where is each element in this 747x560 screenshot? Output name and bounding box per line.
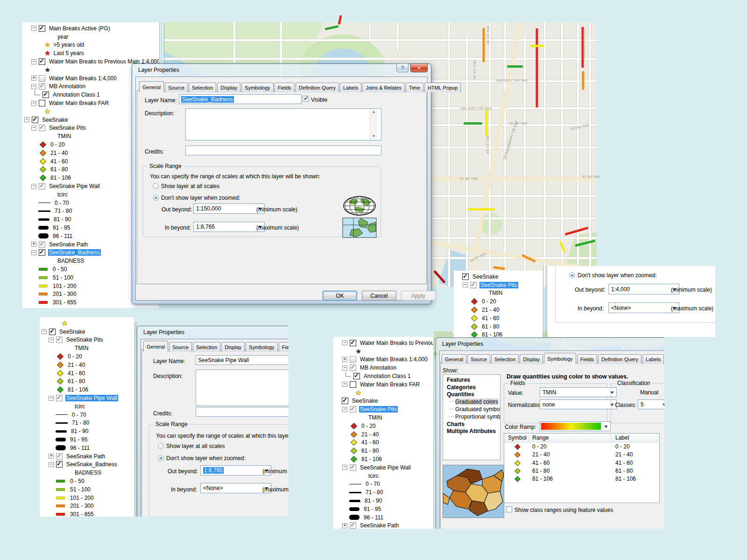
layer-name-field[interactable]: SeeSnake Pipe Wall [196, 355, 289, 365]
toc-item-71-80[interactable]: 71 - 80 [333, 488, 433, 497]
tab-symbology[interactable]: Symbology [544, 353, 576, 364]
toc-item-seesnake[interactable]: SeeSnake [454, 273, 543, 281]
toc-item-41-60[interactable]: 41 - 60 [333, 439, 433, 447]
toc-item-seesnake-pipe-wall[interactable]: −SeeSnake Pipe Wall [333, 463, 433, 472]
toc-item-tcirc[interactable]: tcirc [40, 402, 134, 411]
toc-item-301-655[interactable]: 301 - 655 [40, 510, 134, 517]
show-option-graduated-symbols[interactable]: Graduated symbols [443, 406, 500, 413]
max-scale-combo[interactable]: <None> [200, 483, 271, 493]
toc-item-annotation-class-1[interactable]: Annotation Class 1 [333, 372, 433, 380]
toc-item-81-90[interactable]: 81 - 90 [40, 427, 134, 435]
layer-checkbox[interactable] [39, 83, 45, 90]
tab-fields[interactable]: Fields [279, 342, 289, 352]
layer-checkbox[interactable] [39, 100, 45, 106]
tab-symbology[interactable]: Symbology [246, 342, 277, 352]
toc-item-91-95[interactable]: 91 - 95 [40, 435, 134, 444]
toc-item-0-70[interactable]: 0 - 70 [40, 411, 134, 419]
layer-checkbox[interactable] [470, 282, 477, 288]
tab-labels[interactable]: Labels [642, 354, 664, 364]
feature-values-checkbox[interactable] [506, 506, 512, 512]
credits-field[interactable] [185, 146, 381, 155]
toc-item-mb-annotation[interactable]: −MB Annotation [333, 364, 433, 372]
toc-item-0-70[interactable]: 0 - 70 [333, 480, 433, 489]
radio-dont-show[interactable] [569, 272, 575, 278]
min-scale-combo[interactable]: 1:8,765 [200, 465, 271, 476]
show-option-graduated-colors[interactable]: Graduated colors [443, 398, 500, 406]
show-option-categories[interactable]: Categories [443, 384, 500, 391]
layer-properties-dialog-symbology[interactable]: Layer Properties GeneralSourceSelectionD… [436, 337, 664, 529]
layer-checkbox[interactable] [462, 273, 469, 280]
collapse-icon[interactable]: − [342, 365, 347, 371]
layer-properties-dialog-pipe[interactable]: Layer Properties GeneralSourceSelectionD… [137, 326, 289, 517]
show-option-quantities[interactable]: Quantities [443, 391, 500, 399]
toc-item-81-90[interactable]: 81 - 90 [333, 497, 433, 505]
column-header-label[interactable]: Label [615, 434, 629, 441]
toc-item-seesnake-pits[interactable]: −SeeSnake Pits [454, 281, 543, 289]
layer-checkbox[interactable] [350, 340, 356, 346]
toc-item-5-years-old[interactable]: ★>5 years old [22, 41, 159, 49]
panel-splitter[interactable] [136, 322, 136, 517]
scroll-down-icon[interactable]: ▼ [372, 134, 376, 138]
layer-name-field[interactable]: SeeSnake_Badness [179, 94, 302, 104]
layer-properties-dialog[interactable]: Layer Properties ? × GeneralSourceSelect… [132, 63, 431, 304]
toc-item-81-106[interactable]: 81 - 106 [333, 455, 433, 463]
layer-checkbox[interactable] [32, 117, 38, 123]
tab-selection[interactable]: Selection [193, 342, 220, 352]
toc-item-61-80[interactable]: 61 - 80 [333, 447, 433, 455]
max-scale-combo[interactable]: <None> [608, 302, 679, 313]
collapse-icon[interactable]: − [24, 117, 29, 122]
tab-general[interactable]: General [139, 81, 164, 92]
tab-symbology[interactable]: Symbology [241, 83, 273, 92]
toc-item-tmin[interactable]: TMIN [333, 413, 433, 422]
layer-checkbox[interactable] [350, 464, 356, 471]
toc-item-seesnake[interactable]: SeeSnake [333, 397, 433, 406]
collapse-icon[interactable]: − [342, 382, 347, 387]
class-row-0-20[interactable]: 0 - 200 - 20 [504, 442, 659, 450]
toc-item-seesnake-path[interactable]: +SeeSnake Path [40, 452, 134, 461]
toc-item-seesnake-path[interactable]: +SeeSnake Path [333, 522, 433, 529]
collapse-icon[interactable]: − [463, 282, 468, 287]
layer-checkbox[interactable] [39, 125, 45, 131]
toc-item-71-80[interactable]: 71 - 80 [40, 419, 134, 427]
toc-item-main-breaks-active-pg[interactable]: −Main Breaks Active (PG) [22, 24, 159, 33]
layer-checkbox[interactable] [342, 398, 348, 404]
radio-all-scales[interactable] [158, 443, 164, 449]
class-row-41-60[interactable]: 41 - 6041 - 60 [504, 459, 659, 467]
layer-checkbox[interactable] [56, 453, 63, 460]
toc-item-water-main-breaks-far[interactable]: −Water Main Breaks FAR [333, 380, 433, 389]
color-ramp-combo[interactable] [540, 421, 611, 431]
collapse-icon[interactable]: − [342, 465, 347, 470]
ok-button[interactable]: OK [323, 291, 357, 301]
tab-fields[interactable]: Fields [275, 83, 295, 92]
layer-checkbox[interactable] [56, 461, 63, 468]
layer-checkbox[interactable] [350, 381, 356, 388]
toc-item-seesnake-badness[interactable]: −SeeSnake_Badness [40, 461, 134, 469]
expand-icon[interactable]: + [342, 523, 347, 528]
panel-splitter[interactable] [434, 337, 434, 529]
toc-item-51-100[interactable]: 51 - 100 [40, 485, 134, 494]
layer-checkbox[interactable] [56, 395, 63, 401]
toc-item-41-60[interactable]: 41 - 60 [454, 314, 543, 322]
min-scale-combo[interactable]: 1:4,000 [608, 284, 679, 294]
toc-item-101-200[interactable]: 101 - 200 [40, 494, 134, 502]
layer-checkbox[interactable] [39, 241, 45, 248]
dropdown-arrow-icon[interactable] [662, 404, 664, 408]
show-option-features[interactable]: Features [443, 376, 500, 384]
toc-item-0-20[interactable]: 0 - 20 [454, 297, 543, 306]
class-table-header[interactable]: SymbolRangeLabel [504, 434, 659, 442]
collapse-icon[interactable]: − [342, 407, 347, 412]
tab-general[interactable]: General [442, 354, 466, 364]
tab-definition-query[interactable]: Definition Query [296, 83, 339, 92]
radio-dont-show[interactable] [158, 455, 164, 461]
tab-source[interactable]: Source [169, 342, 192, 352]
collapse-icon[interactable]: − [31, 101, 36, 106]
tab-time[interactable]: Time [406, 83, 423, 92]
toc-item-61-80[interactable]: 61 - 80 [40, 378, 134, 386]
collapse-icon[interactable]: − [31, 184, 36, 189]
classes-combo[interactable]: 5 [638, 399, 664, 409]
expand-icon[interactable]: + [31, 76, 36, 81]
expand-icon[interactable]: + [49, 454, 54, 459]
toc-item-96-111[interactable]: 96 - 111 [40, 444, 134, 452]
toc-item-41-60[interactable]: 41 - 60 [40, 369, 134, 378]
close-button[interactable]: × [410, 63, 428, 72]
